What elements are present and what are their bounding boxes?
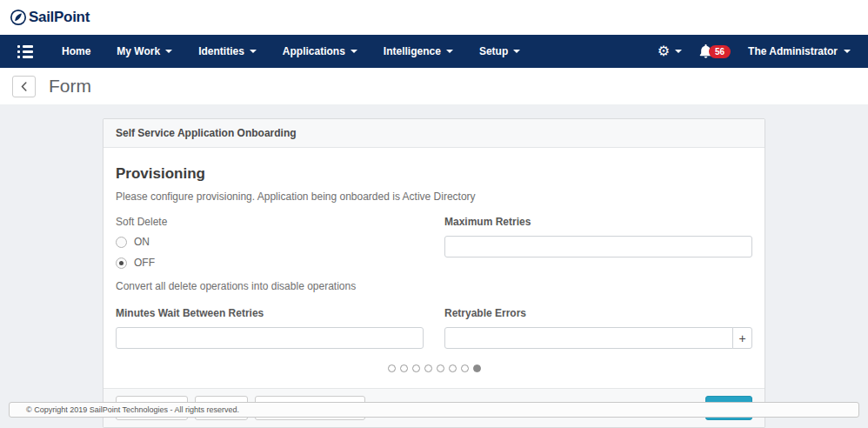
chevron-down-icon: [844, 50, 851, 53]
chevron-down-icon: [675, 50, 682, 53]
nav-item-label: Intelligence: [384, 45, 441, 57]
pagination-dots: [116, 364, 752, 372]
list-icon-row: [17, 50, 33, 53]
maximum-retries-field: Maximum Retries: [444, 216, 752, 292]
nav-item-my-work[interactable]: My Work: [103, 35, 185, 68]
nav-menu: Home My Work Identities Applications Int…: [49, 35, 533, 68]
notifications-button[interactable]: 56: [699, 44, 731, 58]
pagination-dot[interactable]: [437, 364, 444, 372]
form-grid-row-1: Soft Delete ON OFF Convert all delete op…: [116, 216, 752, 292]
radio-label: ON: [134, 236, 150, 248]
chevron-down-icon: [250, 50, 257, 53]
settings-menu[interactable]: ⚙: [658, 44, 682, 58]
nav-item-intelligence[interactable]: Intelligence: [371, 35, 466, 68]
chevron-down-icon: [446, 50, 453, 53]
section-title: Provisioning: [116, 165, 752, 183]
section-subtitle: Please configure provisioning. Applicati…: [116, 191, 752, 203]
page-title: Form: [49, 76, 91, 97]
brand-bar: SailPoint: [0, 0, 868, 35]
back-button[interactable]: [12, 76, 36, 97]
maximum-retries-input[interactable]: [444, 236, 752, 257]
soft-delete-help-text: Convert all delete operations into disab…: [116, 280, 424, 292]
onboarding-panel: Self Service Application Onboarding Prov…: [103, 118, 765, 428]
soft-delete-label: Soft Delete: [116, 216, 424, 228]
nav-item-identities[interactable]: Identities: [185, 35, 270, 68]
pagination-dot[interactable]: [412, 364, 420, 372]
nav-item-home[interactable]: Home: [49, 35, 103, 68]
nav-item-label: Setup: [479, 45, 508, 57]
soft-delete-option-off[interactable]: OFF: [116, 257, 424, 269]
chevron-down-icon: [513, 50, 520, 53]
radio-button[interactable]: [116, 237, 127, 248]
page-title-bar: Form: [0, 68, 868, 104]
sailpoint-logo-icon: [10, 9, 27, 26]
retryable-errors-input[interactable]: [444, 327, 733, 349]
list-icon-row: [17, 56, 33, 58]
retryable-errors-input-group: +: [444, 327, 752, 349]
nav-item-applications[interactable]: Applications: [270, 35, 371, 68]
brand-name: SailPoint: [29, 9, 90, 26]
pagination-dot[interactable]: [449, 364, 457, 372]
user-menu[interactable]: The Administrator: [748, 45, 851, 57]
soft-delete-option-on[interactable]: ON: [116, 236, 424, 248]
pagination-dot[interactable]: [400, 364, 408, 372]
gear-icon: ⚙: [658, 44, 670, 58]
soft-delete-field: Soft Delete ON OFF Convert all delete op…: [116, 216, 424, 292]
pagination-dot[interactable]: [461, 364, 469, 372]
nav-right-section: ⚙ 56 The Administrator: [658, 44, 858, 58]
maximum-retries-label: Maximum Retries: [444, 216, 752, 228]
nav-item-label: Home: [62, 45, 90, 57]
main-navbar: Home My Work Identities Applications Int…: [0, 35, 868, 68]
chevron-left-icon: [21, 82, 27, 91]
notification-count-badge: 56: [709, 45, 731, 58]
copyright-footer: © Copyright 2019 SailPoint Technologies …: [9, 402, 859, 418]
content-area: Self Service Application Onboarding Prov…: [0, 104, 868, 428]
minutes-wait-input[interactable]: [116, 327, 424, 349]
sailpoint-logo: SailPoint: [10, 9, 90, 26]
form-grid-row-2: Minutes Wait Between Retries Retryable E…: [116, 307, 752, 349]
minutes-wait-label: Minutes Wait Between Retries: [116, 307, 424, 319]
pagination-dot[interactable]: [388, 364, 396, 372]
panel-header: Self Service Application Onboarding: [103, 119, 765, 148]
minutes-wait-field: Minutes Wait Between Retries: [116, 307, 424, 349]
list-icon[interactable]: [10, 40, 40, 64]
retryable-errors-label: Retryable Errors: [444, 307, 752, 319]
nav-item-label: Identities: [198, 45, 244, 57]
chevron-down-icon: [165, 50, 172, 53]
panel-body: Provisioning Please configure provisioni…: [103, 148, 765, 388]
radio-label: OFF: [134, 257, 155, 269]
radio-button[interactable]: [116, 257, 127, 269]
list-icon-row: [17, 45, 33, 48]
chevron-down-icon: [351, 50, 357, 53]
pagination-dot[interactable]: [473, 364, 481, 372]
user-menu-label: The Administrator: [748, 45, 838, 57]
plus-icon[interactable]: +: [732, 327, 752, 349]
retryable-errors-field: Retryable Errors +: [444, 307, 752, 349]
nav-item-label: Applications: [283, 45, 345, 57]
nav-item-setup[interactable]: Setup: [466, 35, 533, 68]
pagination-dot[interactable]: [424, 364, 432, 372]
nav-item-label: My Work: [117, 45, 160, 57]
